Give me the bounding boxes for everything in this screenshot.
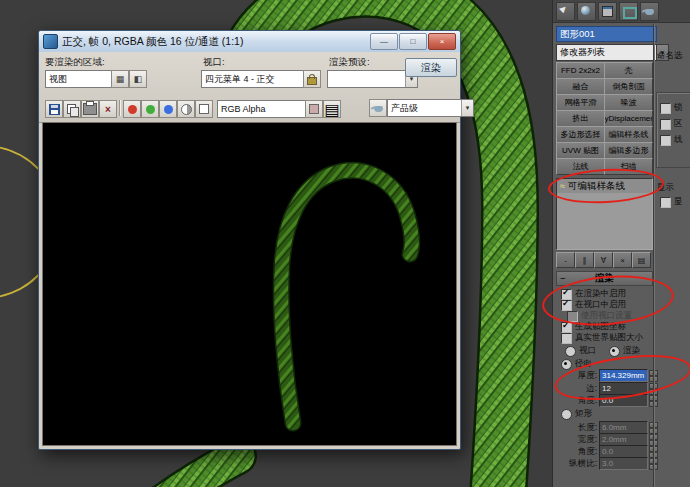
render-production-teapot-icon[interactable]	[640, 2, 659, 21]
checkbox-real-world-map-size[interactable]: 真实世界贴图大小	[561, 332, 643, 344]
radio-dot[interactable]	[609, 346, 620, 357]
window-icon	[43, 34, 58, 49]
clear-image-icon[interactable]: ×	[99, 100, 117, 118]
rendered-rope	[281, 170, 412, 423]
modifier-button[interactable]: UVW 贴图	[556, 142, 605, 159]
red-channel-icon[interactable]	[123, 100, 141, 118]
radio-dot[interactable]	[561, 409, 572, 420]
checkbox-box[interactable]	[660, 197, 671, 208]
snapshot-icon[interactable]	[305, 100, 323, 118]
auto-region-icon[interactable]: ◧	[129, 70, 147, 88]
checkbox-box[interactable]	[660, 119, 671, 130]
checkbox-area-selection[interactable]: 区	[660, 118, 683, 130]
modifier-button[interactable]: 倒角剖面	[604, 78, 653, 95]
render-button[interactable]: 渲染	[405, 58, 457, 77]
radio-dot[interactable]	[561, 359, 572, 370]
command-panel: 图形001 修改器列表 FFD 2x2x2 壳 融合 倒角剖面 网格平滑 噪波 …	[552, 0, 690, 487]
modifier-button[interactable]: 网格平滑	[556, 94, 605, 111]
modifier-button[interactable]: 法线	[556, 158, 605, 175]
select-arrow-icon[interactable]	[556, 2, 575, 21]
modifier-button[interactable]: 噪波	[604, 94, 653, 111]
aspect-label: 纵横比:	[555, 458, 599, 470]
stack-item-label: 可编辑样条线	[568, 180, 625, 193]
object-name-field[interactable]: 图形001	[556, 26, 657, 42]
modifier-button[interactable]: 壳	[604, 62, 653, 79]
aspect-field[interactable]: 纵横比: 3.0 ▴▾	[555, 457, 658, 470]
remove-modifier-icon[interactable]: ×	[613, 252, 632, 268]
radio-dot[interactable]	[565, 346, 576, 357]
save-image-icon[interactable]	[45, 100, 63, 118]
green-channel-icon[interactable]	[141, 100, 159, 118]
area-to-render-value: 视图	[49, 73, 67, 86]
object-name-value: 图形001	[560, 28, 595, 41]
checkbox-box[interactable]	[561, 300, 572, 311]
window-titlebar[interactable]: 正交, 帧 0, RGBA 颜色 16 位/通道 (1:1) — □ ×	[39, 31, 460, 53]
thickness-label: 厚度:	[555, 370, 599, 382]
aspect-value[interactable]: 3.0	[599, 457, 648, 470]
render-production-icon[interactable]	[369, 99, 387, 117]
modifier-button[interactable]: 融合	[556, 78, 605, 95]
lock-viewport-icon[interactable]	[303, 70, 321, 88]
configure-modifier-sets-icon[interactable]: ▤	[632, 252, 651, 268]
checkbox-label: 线	[674, 134, 683, 146]
radio-renderer[interactable]: 渲染	[609, 345, 640, 357]
angle-value[interactable]: 0.0	[599, 394, 648, 407]
checkbox-lock-handles[interactable]: 锁	[660, 102, 683, 114]
checkbox-label: 真实世界贴图大小	[575, 332, 643, 344]
production-value: 产品级	[391, 102, 418, 115]
checkbox-segment-end[interactable]: 线	[660, 134, 683, 146]
rollout-rendering[interactable]: 渲染	[556, 271, 653, 286]
pin-stack-icon[interactable]: -	[556, 252, 575, 268]
modifier-button[interactable]: 多边形选择	[556, 126, 605, 143]
modifier-stack: 可编辑样条线	[556, 178, 653, 250]
radio-viewport[interactable]: 视口	[565, 345, 596, 357]
checkbox-box[interactable]	[561, 333, 572, 344]
settings-icon[interactable]: ▤	[323, 100, 341, 118]
render-window-toolbar: 要渲染的区域: 视口: 渲染预设: 视图 ▦ ◧ 四元菜单 4 - 正交 渲染 …	[39, 52, 460, 123]
thickness-field[interactable]: 厚度: 314.329mm ▴▾	[555, 369, 658, 382]
modifier-button[interactable]: ayDisplacement	[604, 110, 653, 127]
show-end-result-icon[interactable]: ∥	[575, 252, 594, 268]
window-title: 正交, 帧 0, RGBA 颜色 16 位/通道 (1:1)	[62, 35, 243, 49]
copy-image-icon[interactable]	[63, 100, 81, 118]
panel-column-divider	[653, 24, 654, 487]
checkbox-show-vertex-numbers[interactable]: 显	[660, 196, 683, 208]
close-button[interactable]: ×	[428, 33, 456, 50]
checkbox-box[interactable]	[660, 103, 671, 114]
alpha-channel-icon[interactable]	[177, 100, 195, 118]
radio-label: 矩形	[575, 408, 592, 420]
minimize-button[interactable]: —	[370, 33, 398, 50]
rendered-frame-window: 正交, 帧 0, RGBA 颜色 16 位/通道 (1:1) — □ × 要渲染…	[38, 30, 461, 450]
maximize-button[interactable]: □	[399, 33, 427, 50]
main-toolbar-fragment	[553, 0, 690, 23]
modifier-button[interactable]: 挤出	[556, 110, 605, 127]
modifier-button[interactable]: 编辑多边形	[604, 142, 653, 159]
render-setup-icon[interactable]	[598, 2, 617, 21]
checkbox-label: 锁	[674, 102, 683, 114]
rendered-frame-window-icon[interactable]	[619, 2, 638, 21]
render-canvas	[42, 122, 457, 446]
rect-angle-label: 角度:	[555, 446, 599, 458]
channel-display-value: RGB Alpha	[221, 104, 266, 114]
display-group-label: 显示	[657, 182, 674, 194]
print-image-icon[interactable]	[81, 100, 99, 118]
modifier-button[interactable]: FFD 2x2x2	[556, 62, 605, 79]
stack-item-editable-spline[interactable]: 可编辑样条线	[557, 179, 652, 193]
modifier-button[interactable]: 扫描	[604, 158, 653, 175]
blue-channel-icon[interactable]	[159, 100, 177, 118]
checkbox-box[interactable]	[561, 322, 572, 333]
edit-region-icon[interactable]: ▦	[111, 70, 129, 88]
length-label: 长度:	[555, 422, 599, 434]
checkbox-box[interactable]	[660, 135, 671, 146]
radio-label: 渲染	[623, 345, 640, 357]
width-label: 宽度:	[555, 434, 599, 446]
thickness-value[interactable]: 314.329mm	[599, 369, 648, 382]
angle-field[interactable]: 角度: 0.0 ▴▾	[555, 394, 658, 407]
make-unique-icon[interactable]: ∀	[594, 252, 613, 268]
radio-rectangular[interactable]: 矩形	[561, 408, 592, 420]
viewport-value: 四元菜单 4 - 正交	[205, 73, 275, 86]
production-dropdown[interactable]: 产品级	[387, 99, 474, 117]
modifier-button[interactable]: 编辑样条线	[604, 126, 653, 143]
monochrome-icon[interactable]	[195, 100, 213, 118]
material-editor-icon[interactable]	[577, 2, 596, 21]
